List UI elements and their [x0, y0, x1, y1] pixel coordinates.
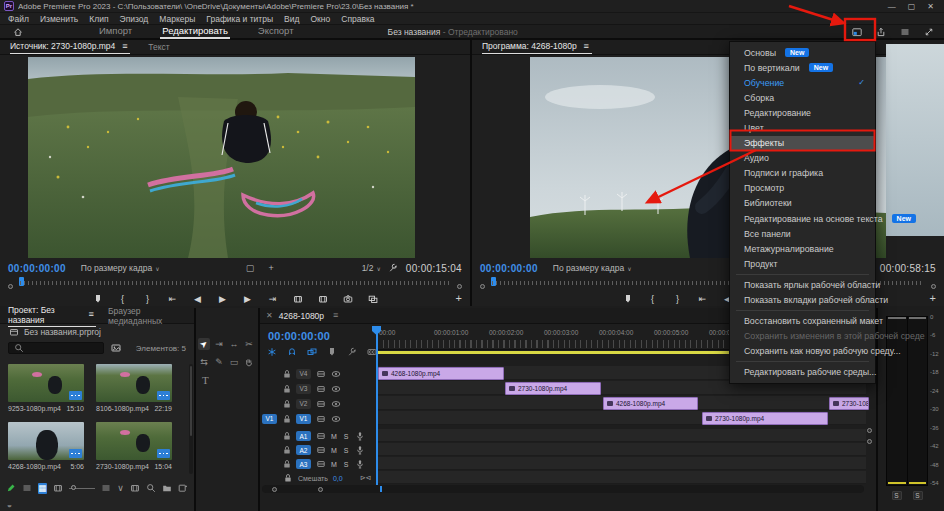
- workspace-menu-item[interactable]: Подписи и графика: [730, 166, 875, 181]
- menu-Клип[interactable]: Клип: [89, 14, 108, 24]
- workspace-menu-item[interactable]: Библиотеки: [730, 196, 875, 211]
- clip-options-badge[interactable]: [157, 449, 170, 458]
- sync-icon[interactable]: [315, 398, 326, 409]
- header-tab-Редактировать[interactable]: Редактировать: [160, 24, 230, 39]
- image-badge-icon[interactable]: [110, 343, 121, 354]
- solo-left-button[interactable]: S: [892, 491, 902, 500]
- project-breadcrumb[interactable]: Без названия.prproj: [24, 327, 101, 337]
- wrench-icon[interactable]: [346, 346, 357, 357]
- track-lane[interactable]: [377, 443, 866, 456]
- ripple-edit-tool[interactable]: ↔: [228, 338, 240, 350]
- sync-icon[interactable]: [315, 413, 326, 424]
- home-icon[interactable]: [12, 26, 23, 37]
- button-editor-icon[interactable]: ▢: [245, 263, 256, 274]
- sync-icon[interactable]: [315, 368, 326, 379]
- track-target-V2[interactable]: V2: [296, 399, 311, 409]
- track-target-V4[interactable]: V4: [296, 369, 311, 379]
- menu-Справка[interactable]: Справка: [341, 14, 374, 24]
- rectangle-tool[interactable]: ▭: [228, 356, 240, 368]
- hand-tool[interactable]: [243, 356, 255, 368]
- workspace-menu-item[interactable]: По вертикалиNew: [730, 60, 875, 75]
- source-patch-V2[interactable]: [262, 399, 277, 409]
- zoom-handle-right[interactable]: [931, 284, 936, 289]
- pen-icon[interactable]: [6, 483, 16, 494]
- menu-Изменить[interactable]: Изменить: [40, 14, 78, 24]
- audio-meter[interactable]: [886, 316, 928, 486]
- list-view-icon[interactable]: [22, 483, 32, 494]
- lock-icon[interactable]: [281, 368, 292, 379]
- lock-icon[interactable]: [281, 445, 292, 456]
- mic-icon[interactable]: [354, 459, 365, 470]
- close-button[interactable]: ✕: [927, 2, 934, 11]
- lock-icon[interactable]: [281, 431, 292, 442]
- clip-thumbnail[interactable]: [8, 422, 84, 460]
- workspace-icon[interactable]: [851, 26, 862, 37]
- source-patch-V1[interactable]: V1: [262, 414, 277, 424]
- mic-icon[interactable]: [354, 445, 365, 456]
- workspace-menu-item[interactable]: Показать вкладки рабочей области: [730, 293, 875, 308]
- sequence-tab[interactable]: 4268-1080p: [279, 311, 324, 321]
- tab-media-browser[interactable]: Браузер медиаданных: [108, 306, 186, 326]
- fullscreen-icon[interactable]: [923, 26, 934, 37]
- panel-menu-icon[interactable]: ≡: [581, 41, 592, 52]
- workspace-menu-item[interactable]: Восстановить сохраненный макет: [730, 314, 875, 329]
- workspace-menu-item[interactable]: Показать ярлык рабочей области: [730, 277, 875, 292]
- panel-menu-icon[interactable]: ≡: [330, 310, 341, 321]
- track-target-V1[interactable]: V1: [296, 414, 311, 424]
- tab-project[interactable]: Проект: Без названия≡: [8, 305, 96, 327]
- mute-button[interactable]: M: [330, 433, 338, 440]
- sync-icon[interactable]: [315, 431, 326, 442]
- step-back-icon[interactable]: ◀: [192, 294, 203, 305]
- clip-thumbnail[interactable]: [96, 422, 172, 460]
- timeline-clip[interactable]: 2730-1080p.mp4: [505, 382, 601, 395]
- new-item-icon[interactable]: [178, 483, 188, 494]
- clip-options-badge[interactable]: [69, 449, 82, 458]
- play-icon[interactable]: ▶: [217, 294, 228, 305]
- lock-icon[interactable]: [281, 383, 292, 394]
- pen-tool[interactable]: ✎: [213, 356, 225, 368]
- preview-icon[interactable]: [130, 483, 140, 494]
- zoom-handle-right[interactable]: [457, 284, 462, 289]
- header-tab-Экспорт[interactable]: Экспорт: [256, 24, 296, 39]
- timeline-timecode[interactable]: 00:00:00:00: [268, 330, 330, 342]
- maximize-button[interactable]: ▢: [908, 2, 916, 11]
- eye-icon[interactable]: [330, 383, 341, 394]
- insert-icon[interactable]: [292, 294, 303, 305]
- lock-icon[interactable]: [281, 413, 292, 424]
- panel-menu-icon[interactable]: [899, 26, 910, 37]
- tab-text[interactable]: Текст: [148, 42, 169, 52]
- settings-icon[interactable]: +: [266, 263, 277, 274]
- slip-tool[interactable]: ⇆: [198, 356, 210, 368]
- mix-value[interactable]: 0,0: [333, 475, 343, 482]
- lock-icon[interactable]: [281, 459, 292, 470]
- eye-icon[interactable]: [330, 398, 341, 409]
- mark-in-icon[interactable]: {: [647, 294, 658, 305]
- timeline-vscrollbar[interactable]: [867, 428, 873, 488]
- source-patch-A1[interactable]: [262, 431, 277, 441]
- folder-icon[interactable]: [162, 483, 172, 494]
- tab-source[interactable]: Источник: 2730-1080p.mp4≡: [10, 41, 130, 54]
- lock-icon[interactable]: [281, 398, 292, 409]
- timeline-clip[interactable]: 2730-1080p.mp4: [829, 397, 869, 410]
- source-quality-select[interactable]: 1/2∨: [362, 263, 381, 273]
- project-clip[interactable]: 8106-1080p.mp422:19: [96, 364, 172, 412]
- search-icon[interactable]: [146, 483, 156, 494]
- solo-button[interactable]: S: [342, 433, 350, 440]
- source-patch-V3[interactable]: [262, 384, 277, 394]
- clip-options-badge[interactable]: [157, 391, 170, 400]
- workspace-menu-item[interactable]: Сохранить как новую рабочую среду...: [730, 344, 875, 359]
- clip-thumbnail[interactable]: [96, 364, 172, 402]
- track-target-A3[interactable]: A3: [296, 459, 311, 469]
- tab-program[interactable]: Программа: 4268-1080p≡: [482, 41, 592, 54]
- timeline-playhead[interactable]: [376, 328, 378, 485]
- step-forward-icon[interactable]: ▶: [242, 294, 253, 305]
- menu-Файл[interactable]: Файл: [8, 14, 29, 24]
- source-patch-A2[interactable]: [262, 445, 277, 455]
- sync-icon[interactable]: [315, 383, 326, 394]
- timeline-hscrollbar[interactable]: [262, 485, 864, 493]
- eye-icon[interactable]: [330, 413, 341, 424]
- sync-icon[interactable]: [315, 445, 326, 456]
- menu-Маркеры[interactable]: Маркеры: [159, 14, 195, 24]
- minimize-button[interactable]: —: [888, 2, 896, 11]
- add-button[interactable]: +: [456, 292, 462, 304]
